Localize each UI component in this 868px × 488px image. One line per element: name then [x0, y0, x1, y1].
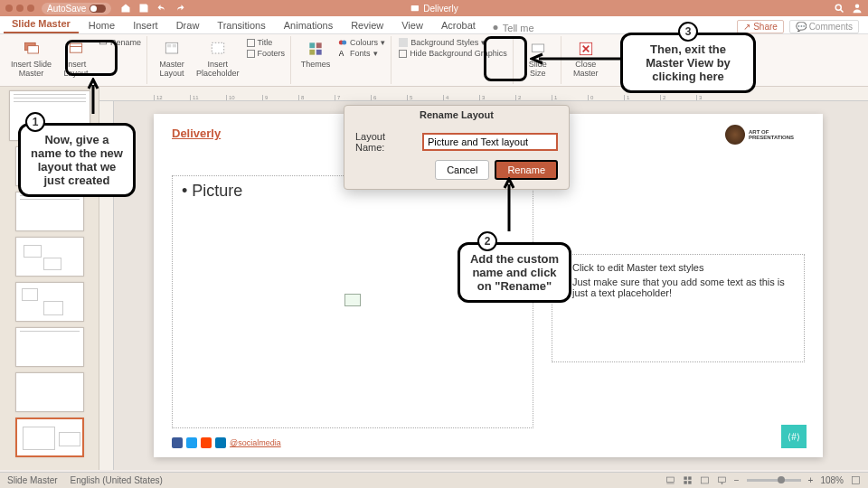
- insert-slide-master-button[interactable]: Insert Slide Master: [9, 38, 53, 80]
- hide-bg-checkbox[interactable]: Hide Background Graphics: [399, 49, 507, 58]
- svg-rect-8: [99, 41, 107, 44]
- layout-icon: [67, 40, 85, 58]
- tell-me[interactable]: Tell me: [491, 23, 534, 33]
- arrow-2: [503, 177, 515, 231]
- normal-view-icon[interactable]: [683, 475, 693, 485]
- thumb-layout[interactable]: [15, 282, 84, 322]
- undo-icon[interactable]: [156, 3, 167, 14]
- callout-2: Add the custom name and click on "Rename…: [458, 242, 571, 303]
- tab-draw[interactable]: Draw: [168, 17, 208, 33]
- ribbon-group-master-layout: Master Layout Insert Placeholder Title F…: [149, 36, 291, 84]
- svg-point-18: [342, 41, 346, 45]
- arrow-3: [530, 52, 620, 65]
- user-icon[interactable]: [852, 3, 863, 14]
- callout-1: Now, give a name to the new layout that …: [18, 123, 136, 197]
- comments-button[interactable]: 💬 Comments: [789, 20, 859, 33]
- thumb-layout[interactable]: [15, 372, 84, 412]
- svg-rect-5: [27, 46, 38, 53]
- zoom-in-button[interactable]: +: [808, 475, 814, 485]
- tab-view[interactable]: View: [393, 17, 431, 33]
- svg-rect-11: [173, 44, 176, 47]
- svg-rect-29: [701, 477, 708, 483]
- tab-acrobat[interactable]: Acrobat: [433, 17, 484, 33]
- zoom-out-button[interactable]: −: [734, 475, 740, 485]
- text-placeholder[interactable]: Click to edit Master text styles Just ma…: [552, 254, 805, 362]
- svg-rect-27: [684, 481, 686, 483]
- brand-title: Deliverly: [172, 127, 221, 140]
- social-handle[interactable]: @socialmedia: [230, 438, 281, 447]
- notes-view-icon[interactable]: [665, 475, 675, 485]
- share-button[interactable]: ↗ Share: [737, 20, 783, 33]
- placeholder-icon: [209, 40, 227, 58]
- svg-rect-6: [70, 43, 81, 52]
- layout-name-input[interactable]: [422, 133, 558, 151]
- tab-slide-master[interactable]: Slide Master: [4, 15, 79, 33]
- bg-styles-icon: [399, 38, 408, 47]
- text-ph-line: Click to edit Master text styles: [572, 262, 797, 273]
- cancel-button[interactable]: Cancel: [435, 160, 489, 180]
- ribbon-group-edit-theme: Themes Colours ▾ AFonts ▾: [293, 36, 392, 84]
- svg-rect-21: [532, 44, 543, 52]
- insert-placeholder-button[interactable]: Insert Placeholder: [194, 38, 241, 80]
- redo-icon[interactable]: [175, 3, 185, 14]
- svg-rect-31: [852, 476, 859, 483]
- slideshow-icon[interactable]: [717, 475, 727, 485]
- background-styles-dropdown[interactable]: Background Styles ▾: [399, 38, 507, 47]
- ribbon-group-background: Background Styles ▾ Hide Background Grap…: [393, 36, 514, 84]
- tab-insert[interactable]: Insert: [125, 17, 166, 33]
- status-bar: Slide Master English (United States) − +…: [0, 472, 868, 488]
- thumb-layout[interactable]: [15, 327, 84, 367]
- svg-rect-26: [688, 476, 691, 479]
- svg-rect-0: [411, 5, 419, 11]
- svg-rect-14: [316, 42, 322, 48]
- fonts-dropdown[interactable]: AFonts ▾: [338, 49, 385, 58]
- image-icon: [344, 294, 361, 306]
- rename-icon: [99, 38, 108, 47]
- toggle-off-icon[interactable]: [90, 5, 106, 13]
- tab-review[interactable]: Review: [343, 17, 392, 33]
- thumb-layout-selected[interactable]: [15, 418, 84, 457]
- master-layout-button[interactable]: Master Layout: [155, 38, 189, 80]
- quick-access-toolbar: [120, 3, 185, 14]
- fit-to-window-icon[interactable]: [851, 475, 861, 485]
- thumb-layout[interactable]: [15, 192, 84, 231]
- master-layout-icon: [163, 40, 181, 58]
- rename-layout-dialog: Rename Layout Layout Name: Cancel Rename: [344, 105, 570, 190]
- search-icon[interactable]: [834, 3, 844, 14]
- themes-button[interactable]: Themes: [298, 38, 333, 70]
- status-mode: Slide Master: [7, 475, 58, 485]
- title-checkbox[interactable]: Title: [247, 38, 286, 47]
- tab-home[interactable]: Home: [80, 17, 123, 33]
- svg-rect-16: [316, 50, 322, 55]
- slide-master-icon: [23, 40, 41, 58]
- zoom-level[interactable]: 108%: [820, 475, 844, 485]
- svg-rect-23: [666, 477, 674, 483]
- svg-rect-13: [309, 42, 315, 48]
- insert-layout-button[interactable]: Insert Layout: [59, 38, 93, 80]
- svg-rect-20: [399, 38, 408, 47]
- colours-dropdown[interactable]: Colours ▾: [338, 38, 385, 47]
- svg-text:A: A: [339, 49, 344, 58]
- footers-checkbox[interactable]: Footers: [247, 49, 286, 58]
- presentation-icon: [410, 4, 420, 14]
- tab-transitions[interactable]: Transitions: [209, 17, 273, 33]
- autosave-label: AutoSave: [47, 4, 86, 14]
- thumb-layout[interactable]: [15, 237, 84, 277]
- window-controls[interactable]: [5, 5, 34, 12]
- zoom-slider[interactable]: [747, 479, 801, 482]
- titlebar: AutoSave Deliverly: [0, 0, 868, 16]
- themes-icon: [307, 40, 325, 58]
- autosave-toggle[interactable]: AutoSave: [42, 3, 111, 14]
- reading-view-icon[interactable]: [700, 475, 710, 485]
- tab-animations[interactable]: Animations: [276, 17, 341, 33]
- rename-button[interactable]: Rename: [99, 38, 141, 47]
- step-badge-2: 2: [477, 231, 497, 251]
- svg-rect-12: [212, 42, 223, 53]
- svg-rect-28: [688, 481, 691, 483]
- logo: ART OF PRESENTATIONS: [725, 123, 807, 146]
- save-icon[interactable]: [138, 3, 149, 14]
- status-language[interactable]: English (United States): [71, 475, 163, 485]
- arrow-1: [87, 78, 99, 114]
- home-icon[interactable]: [120, 3, 131, 14]
- svg-rect-25: [684, 476, 686, 479]
